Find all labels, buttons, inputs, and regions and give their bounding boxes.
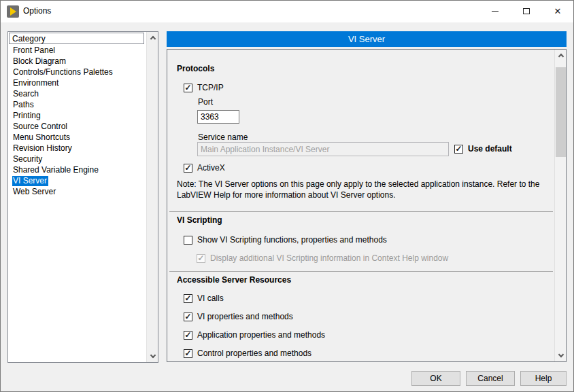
minimize-icon bbox=[492, 11, 499, 12]
chevron-down-icon bbox=[558, 352, 563, 357]
category-list-header: Category bbox=[9, 33, 144, 44]
activex-row: ✓ ActiveX bbox=[184, 163, 225, 173]
scroll-down-button[interactable] bbox=[147, 351, 158, 362]
scroll-down-button[interactable] bbox=[555, 350, 567, 361]
cancel-button[interactable]: Cancel bbox=[466, 371, 515, 386]
vi-properties-label: VI properties and methods bbox=[197, 312, 293, 321]
vi-calls-row: ✓ VI calls bbox=[184, 293, 224, 303]
control-properties-row: ✓ Control properties and methods bbox=[184, 349, 311, 358]
sidebar-item-security[interactable]: Security bbox=[9, 154, 146, 164]
section-divider bbox=[169, 271, 553, 272]
sidebar-item-environment[interactable]: Environment bbox=[9, 77, 146, 88]
settings-panel: Protocols ✓ TCP/IP Port Service name ✓ U… bbox=[167, 49, 567, 362]
application-properties-row: ✓ Application properties and methods bbox=[184, 330, 325, 340]
activex-checkbox[interactable]: ✓ bbox=[184, 164, 192, 173]
chevron-up-icon bbox=[150, 36, 155, 41]
service-name-input bbox=[197, 142, 449, 156]
sidebar-item-vi-server[interactable]: VI Server bbox=[9, 175, 146, 186]
protocols-heading: Protocols bbox=[177, 64, 214, 73]
use-default-row: ✓ Use default bbox=[454, 144, 512, 154]
sidebar-item-menu-shortcuts[interactable]: Menu Shortcuts bbox=[9, 132, 146, 143]
minimize-button[interactable] bbox=[479, 1, 511, 22]
page-title: VI Server bbox=[167, 31, 567, 47]
service-name-label: Service name bbox=[198, 132, 248, 142]
title-bar: Options ✕ bbox=[1, 1, 573, 22]
sidebar-item-web-server[interactable]: Web Server bbox=[9, 186, 146, 197]
show-vi-scripting-checkbox[interactable] bbox=[184, 236, 192, 245]
category-scrollbar[interactable] bbox=[146, 32, 158, 362]
scroll-up-button[interactable] bbox=[555, 50, 567, 61]
tcpip-row: ✓ TCP/IP bbox=[184, 83, 224, 92]
scrollbar-thumb[interactable] bbox=[556, 67, 566, 157]
control-properties-checkbox[interactable]: ✓ bbox=[184, 349, 192, 358]
use-default-label: Use default bbox=[468, 144, 512, 154]
use-default-checkbox[interactable]: ✓ bbox=[454, 145, 463, 154]
vi-properties-row: ✓ VI properties and methods bbox=[184, 312, 293, 321]
category-list: Category Front Panel Block Diagram Contr… bbox=[7, 31, 158, 363]
application-properties-checkbox[interactable]: ✓ bbox=[184, 331, 192, 340]
sidebar-item-controls-functions-palettes[interactable]: Controls/Functions Palettes bbox=[9, 67, 146, 77]
vi-calls-label: VI calls bbox=[197, 293, 224, 303]
sidebar-item-front-panel[interactable]: Front Panel bbox=[9, 45, 146, 56]
sidebar-item-search[interactable]: Search bbox=[9, 88, 146, 99]
display-additional-label: Display additional VI Scripting informat… bbox=[210, 253, 448, 263]
maximize-button[interactable] bbox=[511, 1, 542, 22]
control-properties-label: Control properties and methods bbox=[197, 349, 311, 358]
sidebar-item-paths[interactable]: Paths bbox=[9, 99, 146, 110]
labview-icon bbox=[7, 5, 19, 18]
section-divider bbox=[169, 211, 553, 212]
vi-scripting-heading: VI Scripting bbox=[177, 215, 222, 225]
window-title: Options bbox=[23, 6, 51, 16]
sidebar-item-printing[interactable]: Printing bbox=[9, 110, 146, 121]
display-additional-row: ✓ Display additional VI Scripting inform… bbox=[197, 253, 448, 263]
show-vi-scripting-label: Show VI Scripting functions, properties … bbox=[197, 235, 387, 245]
vi-properties-checkbox[interactable]: ✓ bbox=[184, 313, 192, 321]
display-additional-checkbox: ✓ bbox=[197, 254, 205, 263]
port-label: Port bbox=[198, 97, 213, 107]
sidebar-item-block-diagram[interactable]: Block Diagram bbox=[9, 56, 146, 67]
labview-run-arrow-icon bbox=[10, 7, 16, 16]
sidebar-item-shared-variable-engine[interactable]: Shared Variable Engine bbox=[9, 164, 146, 175]
chevron-up-icon bbox=[558, 54, 563, 59]
maximize-icon bbox=[523, 8, 530, 14]
options-dialog: Options ✕ Category Front Panel Block Dia… bbox=[0, 0, 574, 392]
category-items: Front Panel Block Diagram Controls/Funct… bbox=[9, 45, 146, 197]
help-button[interactable]: Help bbox=[520, 371, 567, 386]
content-scrollbar[interactable] bbox=[554, 50, 566, 361]
sidebar-item-source-control[interactable]: Source Control bbox=[9, 121, 146, 132]
ok-button[interactable]: OK bbox=[411, 371, 460, 386]
chevron-down-icon bbox=[150, 353, 155, 358]
close-button[interactable]: ✕ bbox=[542, 1, 573, 22]
vi-server-note: Note: The VI Server options on this page… bbox=[177, 179, 555, 200]
scroll-up-button[interactable] bbox=[147, 32, 158, 43]
accessible-resources-heading: Accessible Server Resources bbox=[177, 275, 291, 285]
close-icon: ✕ bbox=[554, 7, 562, 16]
vi-calls-checkbox[interactable]: ✓ bbox=[184, 294, 192, 303]
application-properties-label: Application properties and methods bbox=[197, 330, 325, 340]
show-vi-scripting-row: Show VI Scripting functions, properties … bbox=[184, 235, 387, 245]
activex-label: ActiveX bbox=[197, 163, 225, 173]
sidebar-item-revision-history[interactable]: Revision History bbox=[9, 143, 146, 154]
tcpip-label: TCP/IP bbox=[197, 83, 224, 92]
port-input[interactable] bbox=[197, 110, 239, 124]
tcpip-checkbox[interactable]: ✓ bbox=[184, 84, 192, 92]
